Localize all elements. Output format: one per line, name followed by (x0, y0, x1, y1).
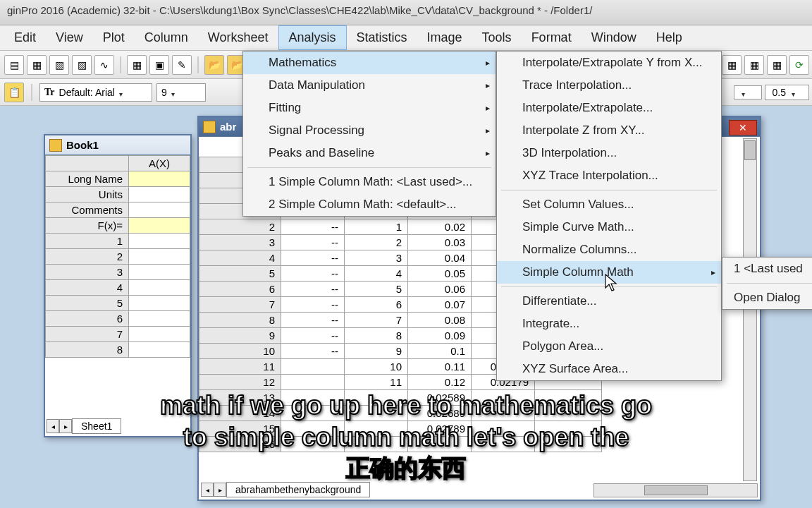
menu-view[interactable]: View (46, 26, 93, 49)
row-num[interactable]: 16 (199, 437, 281, 452)
tool-layout-icon[interactable]: ▣ (149, 55, 169, 75)
cell[interactable]: -- (281, 328, 345, 344)
cell[interactable]: 0.08 (408, 313, 472, 328)
tool-new-project-icon[interactable]: ▤ (4, 55, 24, 75)
menu-open-dialog[interactable]: Open Dialog (722, 286, 812, 309)
cell[interactable]: 3.73398E-7 (535, 421, 602, 437)
cell[interactable]: 6 (345, 297, 408, 313)
menu-simple-column-math[interactable]: Simple Column Math▸ (497, 261, 721, 284)
sheet-nav-prev[interactable]: ◂ (201, 483, 214, 497)
cell[interactable] (129, 234, 190, 249)
window-book1[interactable]: Book1 A(X) Long Name Units Comments F(x)… (44, 134, 192, 437)
cell[interactable] (129, 327, 190, 342)
sheet-nav-prev[interactable]: ◂ (47, 419, 59, 433)
font-select[interactable]: Tr Default: Arial (39, 83, 152, 102)
cell[interactable] (281, 421, 345, 437)
tool-new-graph-icon[interactable]: ▧ (49, 55, 69, 75)
cell[interactable]: 0.03 (408, 235, 472, 250)
cell[interactable] (129, 342, 190, 358)
menu-interpolate-z-from-xy[interactable]: Interpolate Z from XY... (497, 119, 721, 142)
tool-new-function-icon[interactable]: ∿ (94, 55, 114, 75)
font-size-select[interactable]: 9 (156, 83, 206, 102)
cell[interactable] (281, 375, 345, 390)
menu-xyz-surface-area[interactable]: XYZ Surface Area... (497, 358, 721, 380)
menu-integrate[interactable]: Integrate... (497, 313, 721, 335)
cell[interactable] (472, 437, 535, 452)
menu-statistics[interactable]: Statistics (347, 26, 417, 49)
menu-simple-curve-math[interactable]: Simple Curve Math... (497, 216, 721, 238)
cell[interactable] (472, 390, 535, 406)
cell[interactable]: 3.80898E-7 (535, 437, 602, 452)
cell[interactable]: 3.63998E-7 (535, 406, 602, 421)
menu-edit[interactable]: Edit (4, 26, 46, 49)
cell[interactable]: -- (281, 282, 345, 297)
scroll-thumb[interactable] (644, 485, 708, 495)
menu-differentiate[interactable]: Differentiate... (497, 290, 721, 313)
sheet-nav-next[interactable]: ▸ (59, 419, 72, 433)
cell[interactable] (129, 218, 190, 234)
row-num[interactable]: 11 (199, 359, 281, 375)
row-num[interactable]: 2 (199, 219, 281, 235)
menu-peaks-baseline[interactable]: Peaks and Baseline▸ (243, 142, 496, 164)
scroll-thumb[interactable] (744, 140, 756, 160)
col-header-a[interactable]: A(X) (129, 156, 190, 171)
close-button[interactable]: ✕ (729, 120, 757, 135)
window-book1-titlebar[interactable]: Book1 (45, 135, 190, 155)
menu-column[interactable]: Column (135, 26, 198, 49)
cell[interactable] (408, 437, 472, 452)
menu-analysis[interactable]: Analysis (278, 25, 347, 50)
cell[interactable]: -- (281, 297, 345, 313)
menu-help[interactable]: Help (646, 26, 692, 49)
cell[interactable] (472, 406, 535, 421)
cell[interactable]: 2 (345, 235, 408, 250)
cell[interactable] (129, 311, 190, 327)
cell[interactable] (129, 249, 190, 265)
line-style-select[interactable] (734, 85, 762, 99)
menu-data-manipulation[interactable]: Data Manipulation▸ (243, 74, 496, 97)
corner-cell[interactable] (46, 156, 129, 171)
row-num[interactable]: 15 (199, 421, 281, 437)
cell[interactable]: 0.12 (408, 375, 472, 390)
menu-interpolate-y-from-x[interactable]: Interpolate/Extrapolate Y from X... (497, 52, 721, 74)
menu-last-used[interactable]: 1 <Last used (722, 258, 812, 280)
cell[interactable] (129, 187, 190, 202)
cell[interactable]: 0.02 (408, 219, 472, 235)
row-num[interactable]: 9 (199, 328, 281, 344)
cell[interactable]: -- (281, 344, 345, 359)
cell[interactable]: -- (281, 250, 345, 266)
tool-calendar-icon[interactable]: ▦ (767, 55, 787, 75)
cell[interactable]: 0.1 (408, 344, 472, 359)
row-num[interactable]: 3 (46, 265, 129, 280)
tool-notes-icon[interactable]: ✎ (172, 55, 192, 75)
tool-new-workbook-icon[interactable]: ▦ (27, 55, 47, 75)
cell[interactable] (281, 406, 345, 421)
row-num[interactable]: 8 (46, 342, 129, 358)
menu-interpolate-extrapolate[interactable]: Interpolate/Extrapolate... (497, 97, 721, 119)
tool-paste-icon[interactable]: 📋 (4, 83, 24, 102)
row-num[interactable]: 5 (46, 296, 129, 311)
cell[interactable] (129, 171, 190, 187)
tool-excel-icon[interactable]: ▦ (127, 55, 147, 75)
cell[interactable]: 0.04 (408, 250, 472, 266)
cell[interactable]: 9 (345, 344, 408, 359)
horizontal-scrollbar[interactable] (593, 483, 758, 497)
sheet-nav-next[interactable]: ▸ (214, 483, 226, 497)
row-num[interactable]: 4 (46, 280, 129, 296)
menu-recent-2[interactable]: 2 Simple Column Math: <default>... (243, 193, 496, 216)
cell[interactable] (472, 421, 535, 437)
cell[interactable] (281, 359, 345, 375)
menu-set-column-values[interactable]: Set Column Values... (497, 193, 721, 216)
cell[interactable]: 0.06 (408, 282, 472, 297)
cell[interactable]: 11 (345, 375, 408, 390)
sheet-tab-abraham[interactable]: abrahambethenybackground (226, 482, 370, 497)
cell[interactable] (345, 421, 408, 437)
menu-polygon-area[interactable]: Polygon Area... (497, 335, 721, 358)
cell[interactable]: -- (281, 313, 345, 328)
cell[interactable] (281, 437, 345, 452)
menu-tools[interactable]: Tools (472, 26, 522, 49)
row-num[interactable]: 3 (199, 235, 281, 250)
cell[interactable]: -- (281, 219, 345, 235)
menu-normalize-columns[interactable]: Normalize Columns... (497, 238, 721, 261)
row-num[interactable]: 1 (46, 234, 129, 249)
menu-plot[interactable]: Plot (93, 26, 135, 49)
